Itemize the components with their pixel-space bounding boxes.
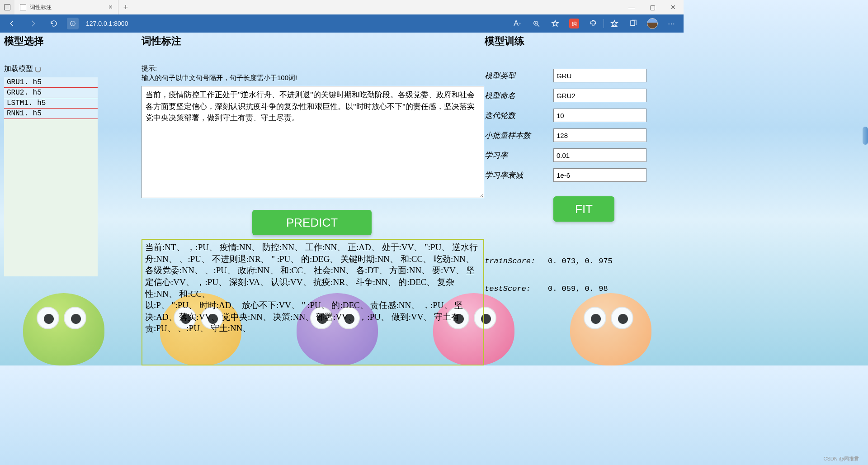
favorite-icon[interactable] <box>547 15 564 32</box>
loading-spinner-icon <box>35 66 41 72</box>
more-icon[interactable]: ⋯ <box>663 15 680 32</box>
new-tab-button[interactable]: + <box>118 3 133 12</box>
browser-tab[interactable]: 词性标注 × <box>14 0 118 14</box>
collections-icon[interactable] <box>625 15 642 32</box>
epochs-label: 迭代轮数 <box>485 110 553 121</box>
profile-avatar[interactable] <box>644 15 661 32</box>
browser-toolbar: 127.0.0.1:8000 A» 购 ⋯ <box>0 14 684 33</box>
window-maximize-button[interactable]: ▢ <box>642 0 663 14</box>
lr-decay-label: 学习率衰减 <box>485 170 553 180</box>
model-type-label: 模型类型 <box>485 71 553 81</box>
predict-button[interactable]: PREDICT <box>252 210 372 235</box>
page-icon <box>20 4 26 10</box>
lr-input[interactable] <box>553 148 646 162</box>
shopping-icon[interactable]: 购 <box>566 15 583 32</box>
epochs-input[interactable] <box>553 109 646 122</box>
model-type-input[interactable] <box>553 69 646 82</box>
hint-text: 输入的句子以中文句号隔开，句子长度需小于100词! <box>142 74 485 82</box>
site-info-icon[interactable] <box>67 18 79 29</box>
zoom-icon[interactable] <box>528 15 545 32</box>
model-name-input[interactable] <box>553 89 646 102</box>
pos-tagging-heading: 词性标注 <box>142 34 485 48</box>
fit-button[interactable]: FIT <box>553 196 614 222</box>
close-tab-icon[interactable]: × <box>108 3 113 11</box>
model-item[interactable]: LSTM1. h5 <box>4 98 98 109</box>
svg-rect-2 <box>631 21 635 26</box>
model-item[interactable]: GRU1. h5 <box>4 77 98 88</box>
batch-label: 小批量样本数 <box>485 130 553 141</box>
forward-button[interactable] <box>24 15 42 32</box>
batch-input[interactable] <box>553 128 646 142</box>
favorites-bar-icon[interactable] <box>606 15 623 32</box>
hint-label: 提示: <box>142 64 485 73</box>
train-score-label: trainScore: <box>485 257 548 266</box>
sentence-input[interactable] <box>142 86 484 198</box>
model-list: GRU1. h5 GRU2. h5 LSTM1. h5 RNN1. h5 <box>4 77 98 276</box>
train-score-value: 0. 073, 0. 975 <box>548 257 613 266</box>
lr-decay-input[interactable] <box>553 168 646 182</box>
model-item[interactable]: RNN1. h5 <box>4 109 98 119</box>
lr-label: 学习率 <box>485 150 553 161</box>
model-select-heading: 模型选择 <box>4 34 97 48</box>
back-button[interactable] <box>4 15 21 32</box>
window-close-button[interactable]: ✕ <box>663 0 684 14</box>
model-item[interactable]: GRU2. h5 <box>4 88 98 98</box>
window-minimize-button[interactable]: — <box>621 0 642 14</box>
load-model-label: 加载模型 <box>4 64 97 74</box>
read-aloud-icon[interactable]: A» <box>509 15 526 32</box>
extensions-icon[interactable] <box>585 15 602 32</box>
tab-title: 词性标注 <box>30 4 52 11</box>
model-name-label: 模型命名 <box>485 90 553 101</box>
test-score-value: 0. 059, 0. 98 <box>548 285 608 293</box>
model-train-heading: 模型训练 <box>485 34 673 48</box>
tab-overview-button[interactable] <box>0 0 14 14</box>
window-titlebar: 词性标注 × + — ▢ ✕ <box>0 0 684 14</box>
address-bar[interactable]: 127.0.0.1:8000 <box>82 20 505 27</box>
reload-button[interactable] <box>45 15 62 32</box>
test-score-label: testScore: <box>485 285 548 293</box>
prediction-result: 当前:NT、 ，:PU、 疫情:NN、 防控:NN、 工作:NN、 正:AD、 … <box>142 239 484 365</box>
